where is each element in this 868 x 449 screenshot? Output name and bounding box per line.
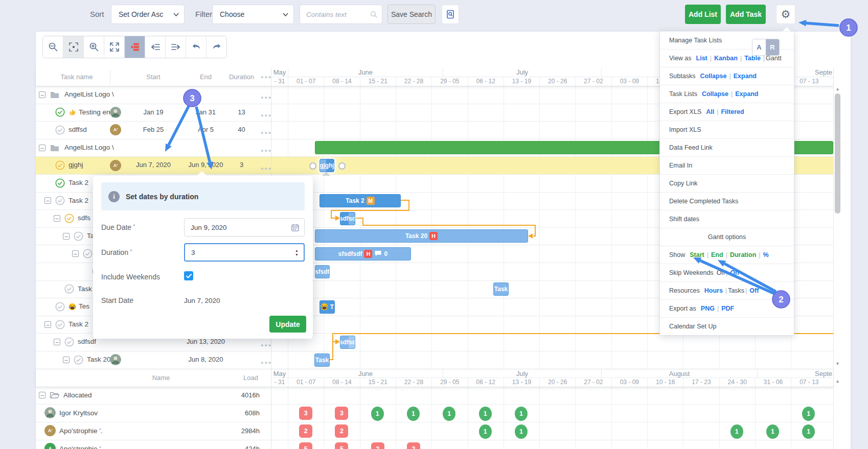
toolbar-critical-path-button[interactable] [125, 36, 145, 58]
menu-option[interactable]: End [711, 251, 723, 258]
menu-item-calendar-set-up[interactable]: Calendar Set Up [660, 317, 794, 335]
collapse-toggle[interactable]: – [39, 91, 45, 98]
calendar-icon[interactable] [291, 224, 299, 231]
duration-input[interactable]: 3 ▲▼ [184, 243, 305, 262]
row-options-icon[interactable]: ●●● [261, 163, 272, 172]
stepper-icon[interactable]: ▲▼ [295, 249, 299, 256]
due-date-input[interactable]: Jun 9, 2020 [184, 218, 305, 237]
menu-option[interactable]: Kanban [714, 55, 738, 62]
toolbar-fit-screen-button[interactable] [104, 36, 125, 58]
gantt-bar[interactable]: sdfsd [340, 212, 355, 225]
menu-item-import-xls[interactable]: Import XLS [660, 121, 794, 138]
menu-item-task-lists[interactable]: Task ListsCollapse|Expand [660, 85, 794, 103]
row-options-icon[interactable]: ●●● [261, 145, 272, 154]
menu-option[interactable]: Off [749, 287, 759, 294]
row-options-icon[interactable]: ●●● [261, 127, 272, 136]
gantt-bar[interactable]: T [319, 300, 335, 314]
toolbar-zoom-out-button[interactable] [43, 36, 63, 58]
toolbar-focus-button[interactable] [63, 36, 84, 58]
table-row[interactable]: gjghjA'Jun 7, 2020Jun 9, 20203●●● [36, 156, 271, 174]
menu-option[interactable]: Hours [704, 287, 723, 294]
task-check-icon[interactable] [55, 178, 65, 188]
task-check-icon[interactable] [64, 284, 74, 294]
collapse-toggle[interactable]: – [44, 321, 51, 328]
row-options-icon[interactable]: ●●● [261, 340, 272, 349]
scrollbar-down-arrow[interactable]: ▼ [835, 362, 840, 366]
dependency-handle[interactable] [338, 162, 346, 170]
menu-item-export-xls[interactable]: Export XLSAll|Filtered [660, 103, 794, 121]
collapse-toggle[interactable]: – [44, 197, 51, 204]
column-options-icon[interactable]: ●●● [261, 75, 272, 80]
toolbar-indent-button[interactable] [166, 36, 186, 58]
task-check-icon[interactable] [55, 107, 65, 117]
collapse-toggle[interactable]: – [63, 233, 70, 240]
toggle-absolute-button[interactable]: A [752, 39, 766, 55]
gantt-bar[interactable]: Task [493, 282, 509, 296]
table-row[interactable]: sdffsdA'Feb 25Apr 540●●● [36, 121, 271, 139]
gantt-bar[interactable]: gjghj [319, 159, 334, 172]
task-check-icon[interactable] [55, 320, 65, 329]
menu-option[interactable]: Collapse [702, 90, 728, 98]
task-check-icon[interactable] [83, 249, 93, 258]
resource-row[interactable]: A'Apo'strophie '.2984h [36, 422, 271, 440]
gantt-bar[interactable]: Task 2M [319, 194, 401, 207]
table-row[interactable]: –Task 20Jun 8, 2020●●● [36, 351, 271, 369]
menu-option[interactable]: Expand [734, 73, 757, 80]
gantt-bar[interactable]: Task 20H [315, 229, 528, 243]
include-weekends-checkbox[interactable] [184, 271, 193, 280]
collapse-toggle[interactable]: – [39, 392, 45, 398]
dependency-handle[interactable] [309, 162, 316, 170]
gantt-bar[interactable]: Task [314, 353, 330, 367]
resource-row[interactable]: Igor Kryltsov608h [36, 404, 271, 422]
menu-option[interactable]: Expand [735, 90, 758, 98]
menu-item-copy-link[interactable]: Copy Link [660, 174, 794, 192]
collapse-toggle[interactable]: – [72, 250, 79, 257]
scrollbar-up-arrow[interactable]: ▲ [835, 87, 840, 91]
menu-option[interactable]: All [706, 108, 714, 115]
menu-option[interactable]: On [730, 269, 739, 276]
menu-option[interactable]: % [763, 251, 769, 258]
menu-item-export-as[interactable]: Export asPNG|PDF [660, 299, 794, 317]
menu-option[interactable]: Collapse [700, 73, 726, 80]
menu-item-resources[interactable]: ResourcesHours|Tasks|Off [660, 281, 794, 299]
menu-item-delete-completed-tasks[interactable]: Delete Completed Tasks [660, 192, 794, 210]
task-check-icon[interactable] [55, 160, 65, 170]
collapse-toggle[interactable]: – [63, 357, 70, 363]
table-row[interactable]: –AngelList Logo \●●● [36, 139, 271, 157]
collapse-toggle[interactable]: – [54, 215, 60, 222]
update-button[interactable]: Update [269, 316, 306, 333]
menu-option[interactable]: Start [690, 251, 704, 258]
task-check-icon[interactable] [64, 214, 74, 223]
table-row[interactable]: Testing enJan 19Jan 3113●●● [36, 104, 271, 122]
gantt-bar[interactable]: sdfsd [340, 336, 355, 349]
task-check-icon[interactable] [55, 125, 65, 135]
menu-item-skip-weekends[interactable]: Skip WeekendsOff|On [660, 264, 794, 281]
collapse-toggle[interactable]: – [39, 145, 45, 151]
menu-option[interactable]: PDF [721, 305, 734, 312]
task-check-icon[interactable] [64, 337, 74, 347]
menu-option[interactable]: Duration [730, 251, 756, 258]
resource-row[interactable]: –Allocated4016h [36, 386, 271, 404]
toggle-relative-button[interactable]: R [766, 39, 779, 55]
task-check-icon[interactable] [55, 196, 65, 205]
task-check-icon[interactable] [55, 302, 65, 312]
menu-option[interactable]: Table [744, 55, 761, 62]
menu-item-data-feed-link[interactable]: Data Feed Link [660, 138, 794, 156]
menu-option[interactable]: List [696, 55, 707, 62]
toolbar-outdent-button[interactable] [145, 36, 166, 58]
row-options-icon[interactable]: ●●● [261, 92, 272, 101]
menu-item-shift-dates[interactable]: Shift dates [660, 210, 794, 228]
menu-option[interactable]: PNG [701, 305, 715, 312]
table-row[interactable]: –AngelList Logo \●●● [36, 86, 271, 104]
menu-item-email-in[interactable]: Email In [660, 156, 794, 174]
menu-item-show[interactable]: ShowStart|End|Duration|% [660, 246, 794, 264]
task-check-icon[interactable] [74, 231, 83, 241]
gantt-bar[interactable]: sfsdf [315, 265, 330, 278]
menu-item-subtasks[interactable]: SubtasksCollapse|Expand [660, 67, 794, 85]
resource-row[interactable]: AApo'strophie '.424h [36, 440, 271, 449]
menu-option[interactable]: Filtered [721, 108, 744, 115]
scrollbar-thumb[interactable] [835, 93, 840, 214]
scrollbar-up-arrow[interactable]: ▲ [835, 379, 840, 384]
task-check-icon[interactable] [74, 355, 83, 365]
toolbar-redo-button[interactable] [207, 36, 226, 58]
